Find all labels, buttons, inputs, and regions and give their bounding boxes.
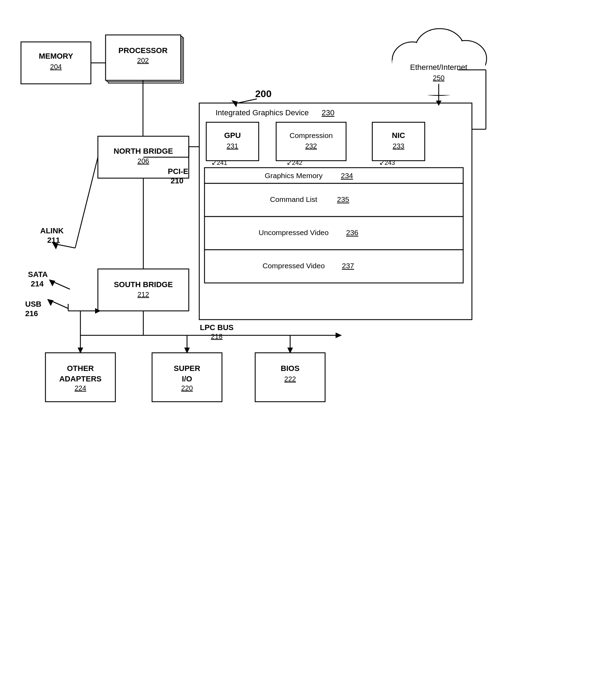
diagram: MEMORY 204 PROCESSOR 202 NORTH BRIDGE 20… [0,0,603,629]
